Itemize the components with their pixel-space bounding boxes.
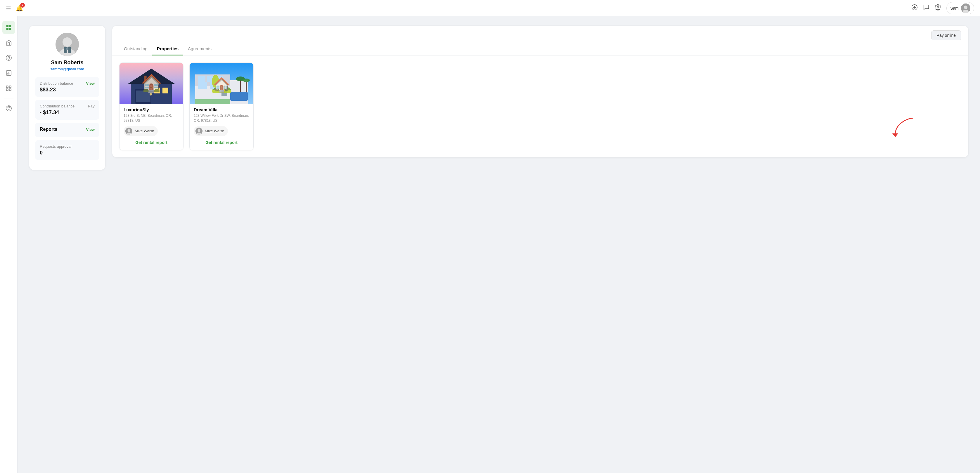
svg-rect-12 — [9, 86, 11, 87]
topnav-right: Sam — [912, 2, 974, 14]
property-1-info: LuxuriouSly 123 3rd St NE, Boardman, OR,… — [119, 104, 183, 150]
requests-approval-value: 0 — [40, 150, 95, 156]
right-card-header: Pay online — [112, 26, 968, 40]
svg-rect-45 — [198, 76, 205, 82]
property-2-info: Dream Villa 123 Willow Fork Dr SW, Board… — [189, 104, 253, 150]
property-2-agent-name: Mike Walsh — [205, 129, 224, 133]
profile-avatar — [56, 33, 79, 56]
reports-header: Reports View — [40, 127, 95, 132]
property-1-address: 123 3rd St NE, Boardman, OR, 97818, US — [124, 113, 179, 123]
svg-rect-30 — [136, 90, 151, 102]
tab-outstanding[interactable]: Outstanding — [119, 43, 152, 56]
contribution-balance-row: Contribution balance Pay - $17.34 — [35, 100, 99, 120]
svg-point-16 — [8, 108, 8, 108]
property-1-agent-name: Mike Walsh — [135, 129, 154, 133]
profile-name: Sam Roberts — [51, 60, 83, 66]
left-profile-card: Sam Roberts samrob@gmail.com Distributio… — [29, 26, 105, 170]
distribution-balance-label: Distribution balance — [40, 81, 73, 86]
property-card-2: Dream Villa 123 Willow Fork Dr SW, Board… — [189, 62, 254, 150]
property-card-1: LuxuriouSly 123 3rd St NE, Boardman, OR,… — [119, 62, 183, 150]
reports-view-link[interactable]: View — [86, 127, 95, 132]
tab-agreements[interactable]: Agreements — [183, 43, 216, 56]
user-chip[interactable]: Sam — [947, 2, 974, 14]
tab-properties[interactable]: Properties — [152, 43, 183, 56]
requests-approval-row: Requests approval 0 — [35, 140, 99, 160]
properties-grid: LuxuriouSly 123 3rd St NE, Boardman, OR,… — [112, 56, 968, 157]
sidebar-item-support[interactable] — [2, 102, 15, 115]
property-image-1 — [119, 63, 183, 104]
sidebar — [0, 16, 18, 473]
requests-approval-header: Requests approval — [40, 144, 95, 149]
main-content: Sam Roberts samrob@gmail.com Distributio… — [18, 16, 980, 473]
reports-label: Reports — [40, 127, 57, 132]
hamburger-icon[interactable]: ☰ — [6, 5, 11, 12]
property-image-2 — [189, 63, 253, 104]
reports-row: Reports View — [35, 123, 99, 137]
user-avatar — [961, 3, 970, 13]
user-chip-name: Sam — [950, 6, 959, 11]
right-content-card: Pay online Outstanding Properties Agreem… — [112, 26, 968, 157]
contribution-balance-label: Contribution balance — [40, 104, 75, 108]
svg-rect-44 — [210, 82, 218, 89]
get-rental-report-2[interactable]: Get rental report — [194, 139, 249, 146]
tabs-bar: Outstanding Properties Agreements — [112, 43, 968, 56]
svg-rect-28 — [154, 87, 160, 94]
svg-rect-14 — [9, 89, 11, 90]
svg-point-42 — [243, 79, 250, 82]
property-2-address: 123 Willow Fork Dr SW, Boardman, OR, 978… — [194, 113, 249, 123]
property-2-agent-avatar — [196, 128, 202, 135]
svg-point-51 — [198, 129, 200, 132]
svg-rect-7 — [6, 28, 8, 30]
svg-rect-21 — [64, 47, 67, 53]
property-1-name: LuxuriouSly — [124, 107, 179, 112]
profile-section: Sam Roberts samrob@gmail.com — [35, 33, 99, 71]
svg-rect-29 — [162, 87, 168, 94]
svg-rect-22 — [68, 47, 71, 53]
svg-rect-38 — [230, 92, 248, 101]
contribution-balance-pay[interactable]: Pay — [88, 104, 95, 108]
distribution-balance-row: Distribution balance View $83.23 — [35, 77, 99, 97]
svg-point-17 — [9, 108, 10, 108]
sidebar-item-dashboard[interactable] — [2, 21, 15, 34]
property-2-name: Dream Villa — [194, 107, 249, 112]
svg-rect-11 — [6, 86, 8, 87]
bell-wrapper[interactable]: 🔔 7 — [16, 5, 23, 12]
property-2-agent-chip: Mike Walsh — [194, 126, 228, 136]
svg-point-19 — [62, 37, 72, 47]
sidebar-divider — [4, 98, 13, 98]
svg-point-31 — [150, 93, 152, 95]
top-navigation: ☰ 🔔 7 Sam — [0, 0, 980, 16]
svg-rect-6 — [9, 25, 11, 27]
sidebar-item-home[interactable] — [2, 36, 15, 49]
distribution-balance-header: Distribution balance View — [40, 81, 95, 86]
svg-rect-8 — [9, 28, 11, 30]
page-layout: Sam Roberts samrob@gmail.com Distributio… — [0, 16, 980, 473]
sidebar-item-finance[interactable] — [2, 51, 15, 64]
profile-email[interactable]: samrob@gmail.com — [50, 67, 84, 71]
topnav-left: ☰ 🔔 7 — [6, 5, 23, 12]
download-icon[interactable] — [912, 4, 918, 12]
svg-point-1 — [937, 6, 939, 8]
svg-point-3 — [964, 6, 967, 9]
svg-rect-47 — [216, 76, 223, 82]
distribution-balance-value: $83.23 — [40, 87, 95, 93]
svg-rect-48 — [221, 86, 228, 96]
contribution-balance-header: Contribution balance Pay — [40, 104, 95, 108]
svg-rect-43 — [198, 82, 207, 89]
svg-rect-46 — [207, 76, 214, 82]
svg-point-33 — [128, 129, 130, 132]
requests-approval-label: Requests approval — [40, 144, 71, 149]
svg-rect-13 — [6, 89, 8, 90]
svg-rect-5 — [6, 25, 8, 27]
property-1-agent-avatar — [125, 128, 132, 135]
get-rental-report-1[interactable]: Get rental report — [124, 139, 179, 146]
property-1-agent-chip: Mike Walsh — [124, 126, 158, 136]
notification-badge: 7 — [20, 3, 25, 8]
chat-icon[interactable] — [923, 4, 929, 12]
distribution-balance-view[interactable]: View — [86, 81, 95, 86]
contribution-balance-value: - $17.34 — [40, 110, 95, 116]
sidebar-item-reports[interactable] — [2, 67, 15, 79]
sidebar-item-tools[interactable] — [2, 82, 15, 95]
settings-icon[interactable] — [935, 4, 941, 12]
pay-online-button[interactable]: Pay online — [931, 30, 961, 40]
